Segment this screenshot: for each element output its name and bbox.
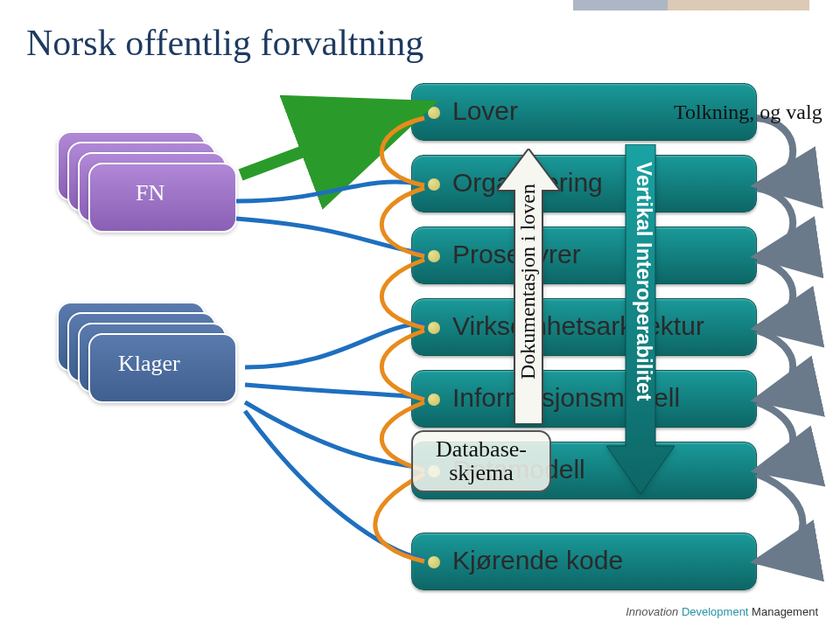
decoration-bar (573, 0, 809, 10)
page-title: Norsk offentlig forvaltning (26, 22, 424, 64)
database-skjema-box: Database- skjema (411, 430, 551, 492)
layer-informasjon: Informasjonsmodell (411, 370, 757, 428)
layer-kode: Kjørende kode (411, 533, 757, 590)
layer-organisering: Organisering (411, 155, 757, 212)
layer-virksomhet: Virksomhetsarkitektur (411, 298, 757, 356)
klager-label: Klager (118, 351, 180, 377)
dokumentasjon-label: Dokumentasjon i loven (516, 184, 540, 380)
layer-prosedyrer: Prosedyrer (411, 226, 757, 284)
footer-brand: Innovation Development Management (626, 605, 818, 618)
vertikal-label: Vertikal Interoperabilitet (632, 162, 656, 401)
tolkning-note: Tolkning, og valg (674, 101, 822, 124)
fn-label: FN (136, 180, 164, 206)
